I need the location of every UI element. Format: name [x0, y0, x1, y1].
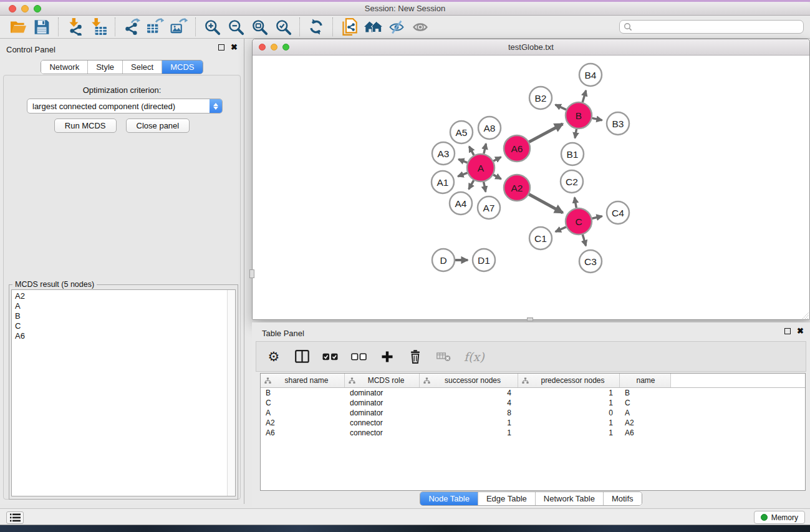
edge-C-C3[interactable]	[582, 235, 586, 246]
tab-node-table[interactable]: Node Table	[420, 492, 478, 505]
node-A8[interactable]: A8	[478, 117, 501, 139]
tab-style[interactable]: Style	[87, 60, 122, 74]
memory-button[interactable]: Memory	[754, 511, 805, 524]
tab-network-table[interactable]: Network Table	[535, 492, 603, 505]
edge-B-B2[interactable]	[556, 105, 566, 110]
edge-C-C2[interactable]	[574, 198, 576, 208]
tab-edge-table[interactable]: Edge Table	[478, 492, 535, 505]
node-C[interactable]: C	[566, 208, 592, 235]
criterion-dropdown[interactable]: largest connected component (directed)	[27, 99, 223, 114]
float-panel-icon[interactable]	[218, 44, 224, 51]
node-B3[interactable]: B3	[607, 112, 629, 135]
select-all-button[interactable]	[322, 353, 338, 360]
task-history-button[interactable]	[6, 511, 24, 524]
node-C4[interactable]: C4	[607, 201, 629, 224]
column-header-name[interactable]: name	[620, 374, 671, 387]
node-C3[interactable]: C3	[579, 250, 602, 273]
save-session-button[interactable]	[30, 17, 54, 37]
hide-selected-button[interactable]	[385, 17, 408, 37]
edge-A-A2[interactable]	[493, 175, 501, 179]
mcds-result-item[interactable]: A	[12, 301, 235, 311]
column-header-shared-name[interactable]: shared name	[261, 374, 345, 387]
edge-A-A5[interactable]	[469, 147, 474, 155]
export-network-button[interactable]	[120, 17, 143, 37]
column-header-successor-nodes[interactable]: successor nodes	[420, 374, 518, 387]
delete-column-button[interactable]	[408, 350, 423, 364]
node-A6[interactable]: A6	[504, 135, 530, 162]
zoom-in-button[interactable]	[200, 17, 224, 37]
mcds-result-item[interactable]: C	[12, 321, 235, 331]
zoom-fit-button[interactable]	[248, 17, 271, 37]
node-A1[interactable]: A1	[432, 171, 454, 193]
edge-C-C4[interactable]	[592, 216, 602, 219]
node-B[interactable]: B	[566, 102, 592, 128]
result-list-scrollbar[interactable]	[227, 290, 235, 496]
column-header-predecessor-nodes[interactable]: predecessor nodes	[518, 374, 620, 387]
table-row[interactable]: Adominator80A	[261, 408, 805, 418]
tab-network[interactable]: Network	[41, 60, 87, 74]
table-row[interactable]: Cdominator41C	[261, 398, 805, 408]
edge-A2-C[interactable]	[529, 195, 562, 213]
table-settings-button[interactable]: ⚙	[266, 351, 281, 363]
node-D[interactable]: D	[432, 249, 455, 271]
edge-B-B3[interactable]	[592, 118, 602, 120]
open-session-button[interactable]	[6, 17, 30, 37]
function-builder-button[interactable]: f(x)	[464, 350, 485, 364]
node-B4[interactable]: B4	[579, 64, 602, 86]
float-table-panel-icon[interactable]	[784, 328, 791, 334]
horizontal-scrollbar-thumb[interactable]	[527, 317, 533, 321]
edge-A-A3[interactable]	[458, 159, 467, 162]
node-A[interactable]: A	[467, 154, 494, 181]
home-view-button[interactable]	[361, 17, 385, 37]
node-A2[interactable]: A2	[504, 175, 530, 201]
column-header-mcds-role[interactable]: MCDS role	[345, 374, 420, 387]
zoom-selected-button[interactable]	[271, 17, 295, 37]
close-panel-icon[interactable]: ✖	[231, 44, 238, 51]
export-table-button[interactable]	[143, 17, 167, 37]
close-panel-button[interactable]: Close panel	[126, 118, 190, 133]
network-window-titlebar[interactable]: testGlobe.txt	[253, 39, 809, 56]
node-D1[interactable]: D1	[473, 249, 495, 271]
show-all-button[interactable]	[408, 17, 432, 37]
table-row[interactable]: Bdominator41B	[261, 388, 805, 398]
import-network-button[interactable]	[63, 17, 87, 37]
node-A5[interactable]: A5	[450, 121, 473, 143]
edge-A6-B[interactable]	[529, 124, 562, 142]
tab-mcds[interactable]: MCDS	[162, 60, 202, 74]
edge-A-A8[interactable]	[484, 143, 486, 153]
refresh-layout-button[interactable]	[304, 17, 328, 37]
edge-C-C1[interactable]	[556, 227, 566, 232]
import-table-button[interactable]	[87, 17, 110, 37]
add-column-button[interactable]	[380, 351, 395, 363]
edge-A-A7[interactable]	[484, 182, 486, 192]
deselect-all-button[interactable]	[351, 353, 367, 360]
tab-select[interactable]: Select	[122, 60, 162, 74]
node-A4[interactable]: A4	[450, 192, 472, 215]
mcds-result-item[interactable]: B	[12, 311, 235, 321]
mcds-result-item[interactable]: A2	[12, 291, 235, 301]
mcds-result-item[interactable]: A6	[12, 331, 235, 341]
run-mcds-button[interactable]: Run MCDS	[54, 118, 117, 133]
edge-B-B4[interactable]	[582, 90, 586, 102]
search-input[interactable]	[619, 20, 804, 34]
edge-B-B1[interactable]	[575, 129, 576, 138]
split-panel-button[interactable]	[294, 350, 309, 363]
tab-motifs[interactable]: Motifs	[603, 492, 642, 505]
node-B1[interactable]: B1	[561, 143, 584, 165]
zoom-out-button[interactable]	[224, 17, 248, 37]
edge-A-A4[interactable]	[469, 180, 474, 189]
close-table-panel-icon[interactable]: ✖	[797, 328, 804, 334]
network-canvas[interactable]: B4B2BB3A8A5A6A3B1AA1C2A2A4A7C4CC1C3DD1	[253, 56, 809, 319]
edge-A-A1[interactable]	[458, 173, 467, 177]
resize-grip-icon[interactable]	[801, 311, 809, 319]
node-A7[interactable]: A7	[478, 196, 500, 219]
new-network-from-file-button[interactable]	[337, 17, 361, 37]
node-C2[interactable]: C2	[561, 170, 583, 193]
export-image-button[interactable]	[167, 17, 191, 37]
vertical-scrollbar-thumb[interactable]	[249, 269, 254, 278]
edge-A-A6[interactable]	[493, 157, 501, 162]
table-row[interactable]: A2connector11A2	[261, 418, 805, 428]
node-B2[interactable]: B2	[529, 87, 552, 109]
table-row[interactable]: A6connector11A6	[261, 428, 805, 438]
node-A3[interactable]: A3	[432, 142, 455, 165]
